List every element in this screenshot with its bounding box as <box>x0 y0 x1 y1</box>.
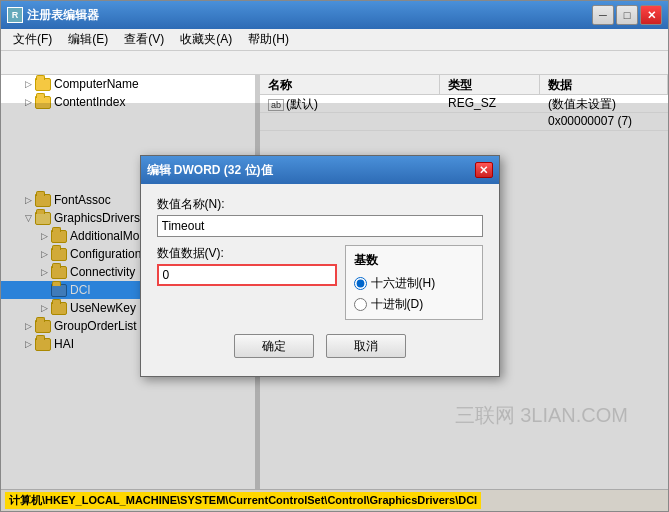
menu-edit[interactable]: 编辑(E) <box>60 29 116 50</box>
toolbar <box>1 51 668 75</box>
radio-hex[interactable]: 十六进制(H) <box>354 275 474 292</box>
window-controls: ─ □ ✕ <box>592 5 662 25</box>
tree-item-computername[interactable]: ▷ ComputerName <box>1 75 255 93</box>
main-window: R 注册表编辑器 ─ □ ✕ 文件(F) 编辑(E) 查看(V) 收藏夹(A) … <box>0 0 669 512</box>
base-section: 基数 十六进制(H) 十进制(D) <box>345 245 483 320</box>
radio-dec-input[interactable] <box>354 298 367 311</box>
menu-view[interactable]: 查看(V) <box>116 29 172 50</box>
folder-icon-computername <box>35 78 51 91</box>
menu-bar: 文件(F) 编辑(E) 查看(V) 收藏夹(A) 帮助(H) <box>1 29 668 51</box>
radio-group: 十六进制(H) 十进制(D) <box>354 275 474 313</box>
col-name: 名称 <box>260 75 440 94</box>
right-panel-header: 名称 类型 数据 <box>260 75 668 95</box>
status-bar: 计算机\HKEY_LOCAL_MACHINE\SYSTEM\CurrentCon… <box>1 489 668 511</box>
app-icon: R <box>7 7 23 23</box>
close-button[interactable]: ✕ <box>640 5 662 25</box>
value-name-input[interactable] <box>157 215 483 237</box>
tree-label-computername: ComputerName <box>54 77 139 91</box>
value-name-section: 数值名称(N): <box>157 196 483 237</box>
cancel-button[interactable]: 取消 <box>326 334 406 358</box>
radio-hex-label: 十六进制(H) <box>371 275 436 292</box>
dialog-buttons: 确定 取消 <box>157 328 483 368</box>
dialog-close-button[interactable]: ✕ <box>475 162 493 178</box>
dialog-title-bar: 编辑 DWORD (32 位)值 ✕ <box>141 156 499 184</box>
status-path: 计算机\HKEY_LOCAL_MACHINE\SYSTEM\CurrentCon… <box>5 492 481 509</box>
value-data-row: 数值数据(V): 基数 十六进制(H) <box>157 245 483 320</box>
dialog-title: 编辑 DWORD (32 位)值 <box>147 162 475 179</box>
radio-hex-input[interactable] <box>354 277 367 290</box>
radio-dec[interactable]: 十进制(D) <box>354 296 474 313</box>
maximize-button[interactable]: □ <box>616 5 638 25</box>
edit-dword-dialog: 编辑 DWORD (32 位)值 ✕ 数值名称(N): 数值数据(V): <box>140 155 500 377</box>
dialog-body: 数值名称(N): 数值数据(V): 基数 <box>141 184 499 376</box>
modal-overlay: 编辑 DWORD (32 位)值 ✕ 数值名称(N): 数值数据(V): <box>1 103 668 489</box>
radio-dec-label: 十进制(D) <box>371 296 424 313</box>
value-name-label: 数值名称(N): <box>157 196 483 213</box>
menu-help[interactable]: 帮助(H) <box>240 29 297 50</box>
value-data-section: 数值数据(V): <box>157 245 337 286</box>
col-data: 数据 <box>540 75 668 94</box>
col-type: 类型 <box>440 75 540 94</box>
value-data-input[interactable] <box>157 264 337 286</box>
menu-file[interactable]: 文件(F) <box>5 29 60 50</box>
value-data-label: 数值数据(V): <box>157 245 337 262</box>
minimize-button[interactable]: ─ <box>592 5 614 25</box>
expand-icon-computername: ▷ <box>21 77 35 91</box>
base-label: 基数 <box>354 252 474 269</box>
menu-favorites[interactable]: 收藏夹(A) <box>172 29 240 50</box>
window-title: 注册表编辑器 <box>27 7 592 24</box>
ok-button[interactable]: 确定 <box>234 334 314 358</box>
title-bar: R 注册表编辑器 ─ □ ✕ <box>1 1 668 29</box>
main-content: ▷ ComputerName ▷ ContentIndex ▷ FontAsso… <box>1 75 668 489</box>
